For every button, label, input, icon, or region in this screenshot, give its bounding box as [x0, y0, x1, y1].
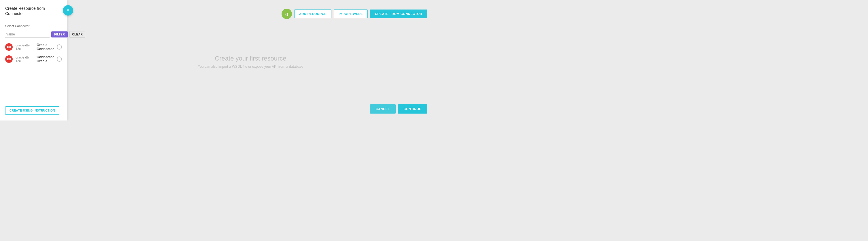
create-from-connector-button[interactable]: CREATE FROM CONNECTOR — [370, 9, 427, 18]
create-instruction-button[interactable]: CREATE USING INSTRUCTION — [5, 107, 59, 115]
connector-list: oracle-db-12c Oracle Connector oracle-db… — [5, 43, 62, 99]
svg-point-5 — [8, 59, 10, 60]
name-input[interactable] — [5, 31, 50, 38]
import-wsdl-button[interactable]: IMPORT WSDL — [334, 9, 368, 18]
api-icon-button[interactable]: {} — [282, 9, 292, 19]
empty-subtitle: You can also import a WSDL file or expos… — [198, 65, 304, 69]
clear-button[interactable]: CLEAR — [69, 31, 85, 38]
svg-point-1 — [8, 47, 10, 48]
svg-rect-6 — [7, 59, 10, 59]
oracle-connector-icon-2 — [5, 55, 13, 63]
empty-title: Create your first resource — [215, 55, 286, 62]
connector-item[interactable]: oracle-db-12c Oracle Connector — [5, 43, 62, 51]
connector-radio-1[interactable] — [57, 44, 62, 50]
svg-rect-3 — [7, 47, 10, 48]
bottom-actions: CANCEL CONTINUE — [370, 104, 427, 114]
api-icon: {} — [285, 12, 288, 16]
left-panel: Create Resource from Connector Select Co… — [0, 0, 67, 121]
filter-row: FILTER CLEAR — [5, 31, 62, 38]
connector-radio-2[interactable] — [57, 57, 62, 62]
select-connector-label: Select Connector — [5, 24, 62, 28]
add-resource-button[interactable]: ADD RESOURCE — [294, 9, 332, 18]
continue-button[interactable]: CONTINUE — [398, 104, 427, 114]
close-icon: × — [67, 8, 69, 13]
close-button[interactable]: × — [63, 5, 73, 16]
top-toolbar: {} ADD RESOURCE IMPORT WSDL CREATE FROM … — [282, 9, 427, 19]
cancel-button[interactable]: CANCEL — [370, 104, 396, 114]
connector-item[interactable]: oracle-db-12c Connector Oracle — [5, 55, 62, 63]
oracle-connector-icon — [5, 43, 13, 51]
connector-db-name-1: oracle-db-12c — [16, 43, 34, 51]
panel-title: Create Resource from Connector — [5, 6, 62, 16]
empty-state: Create your first resource You can also … — [74, 9, 427, 115]
filter-button[interactable]: FILTER — [51, 31, 68, 37]
connector-label-2: Connector Oracle — [37, 55, 54, 63]
right-panel: {} ADD RESOURCE IMPORT WSDL CREATE FROM … — [67, 0, 434, 121]
svg-rect-7 — [7, 59, 10, 60]
connector-db-name-2: oracle-db-12c — [16, 56, 34, 63]
connector-label-1: Oracle Connector — [37, 43, 54, 51]
